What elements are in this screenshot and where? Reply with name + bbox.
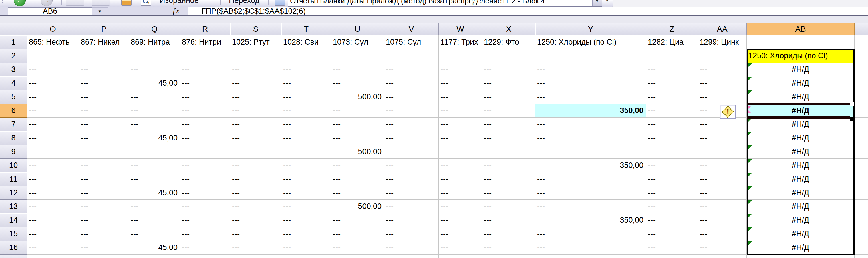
cell-S1[interactable]: 1025: Ртут — [230, 35, 281, 49]
row-header-16[interactable]: 16 — [0, 241, 27, 255]
cell-AB3[interactable]: #Н/Д — [747, 63, 855, 76]
toolbar-options-chevron[interactable]: ▾ — [603, 0, 611, 6]
cell-R13[interactable]: --- — [180, 200, 230, 214]
cell-AB2[interactable]: 1250: Хлориды (по Cl) — [747, 49, 855, 63]
row-header-11[interactable]: 11 — [0, 172, 27, 186]
cell-P3[interactable]: --- — [79, 63, 129, 76]
cell-AA12[interactable]: --- — [698, 186, 747, 200]
cell-R7[interactable]: --- — [180, 118, 230, 131]
cell-T17[interactable]: --- — [281, 255, 331, 258]
column-header-aa[interactable]: AA — [698, 23, 747, 35]
cell-AA10[interactable]: --- — [698, 159, 747, 172]
cell-Z8[interactable]: --- — [646, 131, 698, 145]
cell-Y13[interactable]: --- — [535, 200, 646, 214]
error-smart-tag-button[interactable]: ! — [720, 105, 736, 119]
cell-Q9[interactable]: --- — [129, 145, 180, 159]
cell-V2[interactable] — [384, 49, 439, 63]
cell-U2[interactable] — [331, 49, 384, 63]
cell-X13[interactable]: --- — [482, 200, 535, 214]
cell-O1[interactable]: 865: Нефть — [27, 35, 79, 49]
cell-Q4[interactable]: 45,00 — [129, 76, 180, 90]
cell-AC6[interactable] — [855, 104, 868, 118]
cell-V6[interactable]: --- — [384, 104, 439, 118]
cell-T3[interactable]: --- — [281, 63, 331, 76]
cell-Q13[interactable]: --- — [129, 200, 180, 214]
column-header-z[interactable]: Z — [646, 23, 698, 35]
row-header-4[interactable]: 4 — [0, 76, 27, 90]
cell-O13[interactable]: --- — [27, 200, 79, 214]
cell-O17[interactable]: --- — [27, 255, 79, 258]
cell-AC15[interactable] — [855, 227, 868, 241]
cell-P8[interactable]: --- — [79, 131, 129, 145]
cell-T8[interactable]: --- — [281, 131, 331, 145]
cell-U1[interactable]: 1073: Сул — [331, 35, 384, 49]
cell-P14[interactable]: --- — [79, 214, 129, 227]
cell-Y15[interactable]: --- — [535, 227, 646, 241]
cell-V5[interactable]: --- — [384, 90, 439, 104]
cell-Q5[interactable]: --- — [129, 90, 180, 104]
cell-W8[interactable]: --- — [439, 131, 482, 145]
cell-Z1[interactable]: 1282: Циа — [646, 35, 698, 49]
cell-Y6[interactable]: 350,00 — [535, 104, 646, 118]
cell-W1[interactable]: 1177: Трих — [439, 35, 482, 49]
insert-function-icon[interactable]: ƒx — [172, 7, 179, 15]
cell-S13[interactable]: --- — [230, 200, 281, 214]
column-header-v[interactable]: V — [384, 23, 439, 35]
cell-R15[interactable]: --- — [180, 227, 230, 241]
cell-Z7[interactable]: --- — [646, 118, 698, 131]
row-header-12[interactable]: 12 — [0, 186, 27, 200]
cell-R9[interactable]: --- — [180, 145, 230, 159]
cell-T10[interactable]: --- — [281, 159, 331, 172]
cell-O9[interactable]: --- — [27, 145, 79, 159]
cell-AA4[interactable]: --- — [698, 76, 747, 90]
cell-W17[interactable]: --- — [439, 255, 482, 258]
toolbar-drag-handle[interactable] — [2, 0, 3, 5]
cell-AA13[interactable]: --- — [698, 200, 747, 214]
cell-T5[interactable]: --- — [281, 90, 331, 104]
cell-S9[interactable]: --- — [230, 145, 281, 159]
cell-AC17[interactable] — [855, 255, 868, 258]
cell-AC12[interactable] — [855, 186, 868, 200]
cell-Q11[interactable]: --- — [129, 172, 180, 186]
cell-R3[interactable]: --- — [180, 63, 230, 76]
cell-T11[interactable]: --- — [281, 172, 331, 186]
cell-T15[interactable]: --- — [281, 227, 331, 241]
cell-R6[interactable]: --- — [180, 104, 230, 118]
cell-U14[interactable]: --- — [331, 214, 384, 227]
cell-Q17[interactable]: --- — [129, 255, 180, 258]
cell-W3[interactable]: --- — [439, 63, 482, 76]
cell-R8[interactable]: --- — [180, 131, 230, 145]
cell-Q12[interactable]: 45,00 — [129, 186, 180, 200]
cell-P7[interactable]: --- — [79, 118, 129, 131]
cell-AC14[interactable] — [855, 214, 868, 227]
cell-W11[interactable]: --- — [439, 172, 482, 186]
cell-Z6[interactable]: --- — [646, 104, 698, 118]
cell-Y7[interactable]: --- — [535, 118, 646, 131]
cell-Q3[interactable]: --- — [129, 63, 180, 76]
cell-S3[interactable]: --- — [230, 63, 281, 76]
cell-X14[interactable]: --- — [482, 214, 535, 227]
cell-X7[interactable]: --- — [482, 118, 535, 131]
cell-AA14[interactable]: --- — [698, 214, 747, 227]
stop-button[interactable] — [66, 0, 84, 6]
cell-AA15[interactable]: --- — [698, 227, 747, 241]
cell-W7[interactable]: --- — [439, 118, 482, 131]
cell-Q8[interactable]: 45,00 — [129, 131, 180, 145]
column-header-y[interactable]: Y — [535, 23, 646, 35]
column-header-q[interactable]: Q — [129, 23, 180, 35]
cell-Z14[interactable]: --- — [646, 214, 698, 227]
cell-V16[interactable]: --- — [384, 241, 439, 255]
cell-W10[interactable]: --- — [439, 159, 482, 172]
cell-Q15[interactable]: --- — [129, 227, 180, 241]
cell-X12[interactable]: --- — [482, 186, 535, 200]
cell-Y8[interactable]: --- — [535, 131, 646, 145]
cell-S17[interactable]: --- — [230, 255, 281, 258]
cell-P15[interactable]: --- — [79, 227, 129, 241]
cell-P16[interactable]: --- — [79, 241, 129, 255]
cell-X16[interactable]: --- — [482, 241, 535, 255]
document-icon[interactable] — [275, 0, 285, 6]
cell-W12[interactable]: --- — [439, 186, 482, 200]
cell-W13[interactable]: --- — [439, 200, 482, 214]
cell-V13[interactable]: --- — [384, 200, 439, 214]
row-header-7[interactable]: 7 — [0, 118, 27, 131]
